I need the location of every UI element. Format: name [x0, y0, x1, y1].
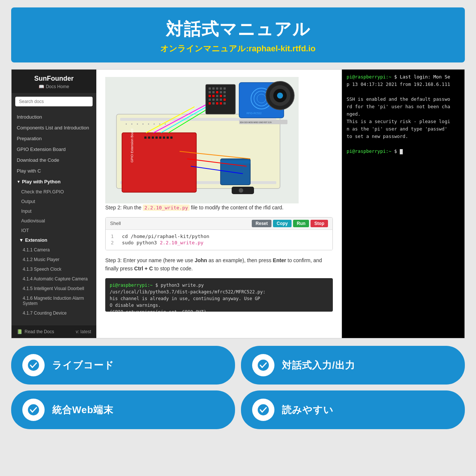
feature-check-2	[252, 354, 274, 376]
svg-rect-54	[216, 102, 218, 104]
sidebar-item-speech-clock[interactable]: 4.1.3 Speech Clock	[12, 264, 96, 274]
svg-rect-11	[165, 123, 166, 125]
svg-rect-17	[155, 136, 158, 139]
svg-rect-5	[131, 123, 132, 125]
svg-point-70	[28, 360, 39, 371]
svg-text:GPIO Extension Board: GPIO Extension Board	[130, 129, 134, 163]
terminal-line-2: p 13 04:17:12 2021 from 192.168.6.111	[347, 81, 460, 88]
sidebar-item-iot[interactable]: IOT	[12, 226, 96, 235]
svg-rect-51	[223, 99, 226, 101]
terminal-output: pi@raspberrypi:~ $ python3 write.py /usr…	[105, 278, 333, 312]
sidebar-item-doorbell[interactable]: 4.1.5 Intelligent Visual Doorbell	[12, 284, 96, 293]
svg-rect-52	[209, 102, 211, 104]
svg-rect-6	[137, 123, 138, 125]
step2-text: Step 2: Run the 2.2.10_write.py file to …	[105, 203, 333, 212]
reset-button[interactable]: Reset	[252, 220, 271, 227]
svg-rect-35	[220, 87, 222, 90]
banner-subtitle: オンラインマニュアル:raphael-kit.rtfd.io	[19, 43, 457, 54]
check-icon-1	[28, 359, 39, 371]
svg-rect-21	[170, 136, 173, 139]
sidebar-item-download[interactable]: Download the Code	[12, 155, 96, 165]
sidebar-footer: 📗 Read the Docs v: latest	[12, 325, 96, 338]
feature-check-1	[22, 354, 45, 376]
svg-text:SDA SCK MOSI MISO GND RST 3.3V: SDA SCK MOSI MISO GND RST 3.3V	[240, 121, 272, 123]
svg-point-72	[28, 404, 39, 415]
circuit-image: GPIO Extension Board	[105, 77, 299, 203]
svg-rect-39	[216, 91, 218, 93]
sidebar-section-extension[interactable]: ▼ Extension	[12, 235, 96, 245]
shell-header: Shell Reset Copy Run Stop	[106, 218, 332, 230]
svg-rect-38	[212, 91, 215, 93]
doc-content: GPIO Extension Board	[96, 70, 342, 338]
book-footer-icon: 📗	[17, 329, 22, 334]
copy-button[interactable]: Copy	[273, 220, 292, 227]
svg-point-65	[277, 93, 283, 99]
terminal-line-3	[347, 88, 460, 96]
sidebar-item-output[interactable]: Output	[12, 197, 96, 206]
feature-label-2: 対話式入力/出力	[282, 359, 355, 372]
feature-card-2: 対話式入力/出力	[241, 346, 465, 385]
svg-rect-46	[223, 95, 226, 97]
svg-point-71	[258, 360, 269, 371]
check-icon-4	[257, 404, 269, 416]
stop-button[interactable]: Stop	[311, 220, 328, 227]
feature-label-4: 読みやすい	[282, 403, 334, 416]
sidebar-item-components[interactable]: Components List and Introduction	[12, 122, 96, 133]
svg-rect-40	[220, 91, 222, 93]
svg-rect-45	[220, 95, 222, 97]
check-icon-2	[257, 359, 269, 371]
step2-code: 2.2.10_write.py	[143, 205, 189, 211]
svg-rect-14	[144, 136, 147, 139]
sidebar-item-counting[interactable]: 4.1.7 Counting Device	[12, 308, 96, 318]
svg-rect-36	[223, 87, 226, 90]
svg-rect-49	[216, 99, 218, 101]
svg-rect-48	[212, 99, 215, 101]
svg-rect-16	[152, 136, 154, 139]
sidebar-item-music-player[interactable]: 4.1.2 Music Player	[12, 255, 96, 264]
sidebar-item-magnetic[interactable]: 4.1.6 Magnetic Induction Alarm System	[12, 293, 96, 308]
terminal-line-10	[347, 140, 460, 148]
feature-card-3: 統合Web端末	[11, 390, 235, 429]
svg-rect-43	[212, 95, 215, 97]
terminal-line-9: to set a new password.	[347, 133, 460, 140]
svg-rect-37	[209, 91, 211, 93]
sidebar-item-capture-camera[interactable]: 4.1.4 Automatic Capture Camera	[12, 274, 96, 284]
main-area: SunFounder 📖 Docs Home Introduction Comp…	[11, 69, 465, 338]
top-banner: 対話式マニュアル オンラインマニュアル:raphael-kit.rtfd.io	[11, 7, 465, 62]
feature-card-4: 読みやすい	[241, 390, 465, 429]
svg-rect-53	[212, 102, 215, 104]
sidebar-item-gpio[interactable]: GPIO Extension Board	[12, 144, 96, 155]
shell-block: Shell Reset Copy Run Stop 1 cd /home/pi/…	[105, 217, 333, 250]
svg-rect-47	[209, 99, 211, 101]
sidebar-docs-home[interactable]: 📖 Docs Home	[16, 84, 92, 89]
sidebar-item-play-c[interactable]: Play with C	[12, 165, 96, 176]
section-minus-icon: ▼	[19, 238, 23, 243]
cursor-icon	[400, 149, 403, 154]
svg-rect-19	[163, 136, 165, 139]
svg-rect-56	[223, 102, 226, 104]
svg-rect-34	[216, 87, 218, 90]
svg-rect-44	[216, 95, 218, 97]
terminal-line-8: n as the 'pi' user and type 'passwd'	[347, 125, 460, 133]
svg-rect-32	[209, 87, 211, 90]
svg-rect-7	[142, 123, 144, 125]
shell-buttons: Reset Copy Run Stop	[252, 220, 328, 227]
check-icon-3	[28, 404, 39, 416]
sidebar-section-python[interactable]: ▼ Play with Python	[12, 176, 96, 187]
run-button[interactable]: Run	[293, 220, 309, 227]
sidebar-item-camera[interactable]: 4.1.1 Camera	[12, 245, 96, 255]
sidebar-item-check-rpi[interactable]: Check the RPi.GPIO	[12, 187, 96, 197]
sidebar-item-audiovisual[interactable]: Audiovisual	[12, 216, 96, 226]
svg-rect-9	[154, 123, 155, 125]
terminal-line-5: rd for the 'pi' user has not been cha	[347, 103, 460, 110]
sidebar-item-introduction[interactable]: Introduction	[12, 112, 96, 122]
sidebar-item-input[interactable]: Input	[12, 206, 96, 216]
sidebar-brand: SunFounder	[16, 75, 92, 83]
sidebar: SunFounder 📖 Docs Home Introduction Comp…	[12, 70, 96, 338]
search-input[interactable]	[15, 97, 93, 106]
svg-rect-18	[159, 136, 161, 139]
svg-rect-41	[223, 91, 226, 93]
sidebar-item-preparation[interactable]: Preparation	[12, 133, 96, 144]
right-terminal: pi@raspberrypi:~ $ Last login: Mon Se p …	[342, 70, 464, 338]
svg-rect-55	[220, 102, 222, 104]
